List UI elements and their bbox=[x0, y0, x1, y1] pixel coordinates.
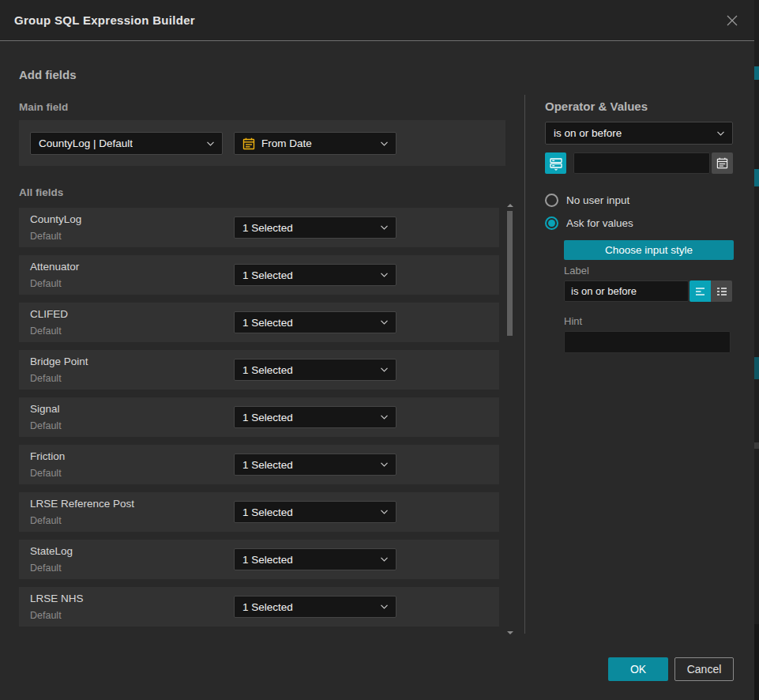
label-style-text-toggle[interactable] bbox=[689, 280, 711, 302]
radio-no-user-input-label: No user input bbox=[566, 194, 629, 206]
hint-input[interactable] bbox=[564, 331, 731, 353]
field-values-select[interactable]: 1 Selected bbox=[234, 548, 396, 570]
field-values-select-label: 1 Selected bbox=[242, 269, 293, 281]
label-style-list-toggle[interactable] bbox=[711, 280, 732, 302]
cancel-button[interactable]: Cancel bbox=[674, 657, 734, 681]
field-row: Bridge Point Default 1 Selected bbox=[19, 350, 499, 390]
chevron-down-icon bbox=[381, 320, 388, 325]
calendar-icon bbox=[242, 137, 255, 150]
background-fragment bbox=[754, 169, 759, 186]
chevron-down-icon bbox=[381, 462, 388, 467]
background-fragment bbox=[754, 442, 759, 449]
field-values-select-label: 1 Selected bbox=[242, 364, 293, 376]
field-values-select[interactable]: 1 Selected bbox=[234, 311, 396, 333]
calendar-icon bbox=[716, 157, 728, 169]
field-values-select-label: 1 Selected bbox=[242, 601, 293, 613]
field-sublabel: Default bbox=[30, 515, 62, 526]
value-type-icon bbox=[549, 156, 563, 171]
field-sublabel: Default bbox=[30, 278, 62, 289]
add-fields-heading: Add fields bbox=[19, 68, 77, 81]
field-values-select-label: 1 Selected bbox=[242, 554, 293, 566]
chevron-down-icon bbox=[381, 510, 388, 514]
field-name: Attenuator bbox=[30, 261, 79, 273]
chevron-down-icon bbox=[717, 131, 724, 136]
close-icon[interactable] bbox=[724, 13, 740, 28]
field-values-select[interactable]: 1 Selected bbox=[234, 264, 396, 286]
field-name: Friction bbox=[30, 450, 65, 462]
chevron-down-icon bbox=[381, 225, 388, 230]
field-values-select[interactable]: 1 Selected bbox=[234, 596, 396, 618]
main-field-select[interactable]: From Date bbox=[234, 132, 396, 155]
field-row: CLIFED Default 1 Selected bbox=[19, 303, 499, 342]
main-field-panel: CountyLog | Default From Date bbox=[19, 120, 505, 166]
field-row: Friction Default 1 Selected bbox=[19, 445, 499, 484]
scroll-down-arrow[interactable] bbox=[506, 630, 513, 635]
layer-select[interactable]: CountyLog | Default bbox=[30, 132, 223, 155]
radio-ask-for-values[interactable]: Ask for values bbox=[545, 216, 633, 230]
field-sublabel: Default bbox=[30, 326, 62, 337]
operator-select-value: is on or before bbox=[554, 127, 622, 139]
field-sublabel: Default bbox=[30, 610, 62, 621]
screen: Group SQL Expression Builder Add fields … bbox=[0, 0, 759, 700]
choose-input-style-button[interactable]: Choose input style bbox=[564, 240, 734, 260]
all-fields-list: CountyLog Default 1 Selected Attenuator … bbox=[19, 208, 499, 627]
field-row: StateLog Default 1 Selected bbox=[19, 540, 499, 579]
field-values-select[interactable]: 1 Selected bbox=[234, 501, 396, 523]
field-name: CLIFED bbox=[30, 308, 68, 320]
background-fragment bbox=[754, 357, 759, 379]
radio-ask-for-values-label: Ask for values bbox=[566, 217, 633, 229]
value-type-button[interactable] bbox=[545, 152, 566, 174]
scroll-up-arrow[interactable] bbox=[506, 203, 513, 208]
field-name: CountyLog bbox=[30, 213, 81, 225]
chevron-down-icon bbox=[381, 557, 388, 562]
field-values-select-label: 1 Selected bbox=[242, 506, 293, 518]
field-values-select[interactable]: 1 Selected bbox=[234, 359, 396, 381]
field-name: StateLog bbox=[30, 545, 73, 557]
chevron-down-icon bbox=[381, 604, 388, 609]
layer-select-value: CountyLog | Default bbox=[39, 137, 133, 149]
chevron-down-icon bbox=[381, 141, 388, 146]
operator-select[interactable]: is on or before bbox=[545, 122, 733, 145]
field-values-select[interactable]: 1 Selected bbox=[234, 453, 396, 476]
field-row: LRSE Reference Post Default 1 Selected bbox=[19, 492, 499, 532]
main-field-select-value: From Date bbox=[261, 137, 312, 149]
all-fields-label: All fields bbox=[19, 186, 63, 198]
field-row: CountyLog Default 1 Selected bbox=[19, 208, 499, 247]
field-values-select-label: 1 Selected bbox=[242, 412, 293, 423]
panel-divider bbox=[524, 95, 525, 634]
radio-circle-off bbox=[545, 194, 558, 207]
field-values-select-label: 1 Selected bbox=[242, 317, 293, 329]
label-input[interactable] bbox=[564, 280, 689, 302]
operator-values-heading: Operator & Values bbox=[545, 100, 648, 113]
hint-caption: Hint bbox=[564, 315, 582, 327]
field-sublabel: Default bbox=[30, 563, 62, 574]
field-values-select-label: 1 Selected bbox=[242, 222, 293, 234]
field-name: LRSE NHS bbox=[30, 593, 84, 604]
dialog-header: Group SQL Expression Builder bbox=[0, 0, 754, 41]
field-sublabel: Default bbox=[30, 373, 62, 384]
field-name: Signal bbox=[30, 403, 60, 415]
all-fields-scrollbar[interactable] bbox=[506, 203, 513, 635]
ok-button[interactable]: OK bbox=[608, 657, 668, 681]
background-fragment bbox=[754, 66, 759, 80]
field-sublabel: Default bbox=[30, 420, 62, 431]
date-picker-button[interactable] bbox=[712, 152, 733, 174]
radio-no-user-input[interactable]: No user input bbox=[545, 194, 629, 207]
field-sublabel: Default bbox=[30, 231, 62, 242]
value-input[interactable] bbox=[573, 152, 710, 174]
align-left-icon bbox=[694, 285, 707, 298]
field-sublabel: Default bbox=[30, 468, 62, 479]
field-values-select[interactable]: 1 Selected bbox=[234, 406, 396, 428]
dialog-title: Group SQL Expression Builder bbox=[14, 13, 195, 27]
field-values-select[interactable]: 1 Selected bbox=[234, 216, 396, 239]
chevron-down-icon bbox=[381, 367, 388, 372]
chevron-down-icon bbox=[207, 141, 214, 146]
field-values-select-label: 1 Selected bbox=[242, 459, 293, 471]
field-row: Attenuator Default 1 Selected bbox=[19, 255, 499, 295]
field-name: Bridge Point bbox=[30, 356, 88, 367]
chevron-down-icon bbox=[381, 273, 388, 277]
field-name: LRSE Reference Post bbox=[30, 498, 134, 510]
group-sql-expression-builder-dialog: Group SQL Expression Builder Add fields … bbox=[0, 0, 754, 700]
scroll-thumb[interactable] bbox=[507, 211, 513, 336]
label-caption: Label bbox=[564, 265, 589, 277]
